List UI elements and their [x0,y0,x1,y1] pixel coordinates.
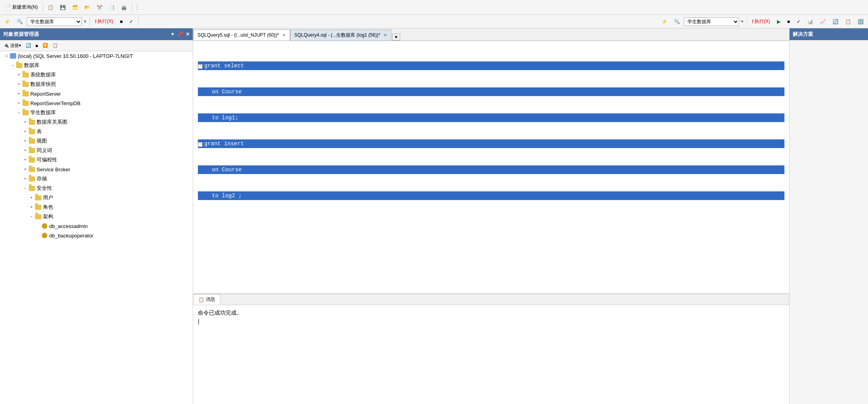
toolbar-btn-4[interactable]: 🗂️ [69,4,81,11]
oe-close-icon[interactable]: ✕ [186,32,190,37]
fold-icon-1[interactable]: − [198,64,203,69]
db-selector-right[interactable]: 学生数据库 [684,17,739,26]
results-area: 📋 消息 命令已成功完成。 [193,294,789,404]
tree-item-views[interactable]: + 视图 [0,136,193,146]
toolbar2-right-btn-3[interactable]: 📊 [805,18,816,26]
toolbar2-btn-1[interactable]: ⚡ [2,18,13,26]
systemdb-folder-icon [22,72,29,78]
rstempdb-expand-icon[interactable]: + [16,100,22,106]
tab5-close[interactable]: ✕ [282,33,286,38]
views-expand-icon[interactable]: + [22,138,28,144]
tree-item-studentdb[interactable]: − 学生数据库 [0,108,193,117]
results-tab-messages[interactable]: 📋 消息 [193,294,220,305]
icon-2: 📋 [48,5,54,10]
tree-item-storage[interactable]: + 存储 [0,174,193,183]
tree-item-roles[interactable]: + 角色 [0,202,193,212]
execute-button-right[interactable]: ! 执行(X) [749,17,773,26]
toolbar-btn-5[interactable]: 📂 [82,4,93,11]
results-tab-label: 消息 [206,296,215,303]
tree-item-security[interactable]: − 安全性 [0,183,193,193]
tree-item-programmability[interactable]: + 可编程性 [0,155,193,165]
toolbar2-right-btn-6[interactable]: 📋 [842,18,854,26]
rstempdb-icon [22,100,29,106]
snapshot-label: 数据库快照 [30,81,56,88]
toolbar-btn-7[interactable]: 📑 [106,4,117,11]
sb-folder-icon [28,166,35,172]
synonyms-folder-icon [28,147,35,154]
tree-item-reportservertempdb[interactable]: + ReportServerTempDB [0,98,193,108]
synonyms-expand-icon[interactable]: + [22,147,28,154]
security-expand-icon[interactable]: − [22,185,28,191]
storage-label: 存储 [37,175,47,182]
query-tabs: SQLQuery5.sql - (l...uist_NJUPT (60))* ✕… [193,28,789,41]
toolbar2-right-btn-1[interactable]: ⚡ [659,18,670,26]
toolbar-btn-3[interactable]: 💾 [57,4,69,11]
toolbar-more-icon[interactable]: ⋮ [134,4,140,11]
toolbar2-right-btn-7[interactable]: 🔢 [855,18,866,26]
stop-button-right[interactable]: ■ [784,18,793,26]
disconnect-button[interactable]: ■ [34,43,40,49]
toolbar2-right-btn-5[interactable]: 🔄 [830,18,841,26]
server-node[interactable]: □ (local) (SQL Server 10.50.1600 - LAPTO… [0,51,193,61]
databases-expand-icon[interactable]: − [9,62,16,69]
toolbar-btn-2[interactable]: 📋 [45,4,56,11]
users-expand-icon[interactable]: + [28,195,35,201]
tree-item-snapshot[interactable]: + 数据库快照 [0,80,193,89]
rs-expand-icon[interactable]: + [16,91,22,97]
tree-item-dbdiagram[interactable]: + 数据库关系图 [0,117,193,127]
toolbar2-right-btn-2[interactable]: 🔍 [671,18,683,26]
tree-item-system-db[interactable]: + 系统数据库 [0,70,193,80]
icon-tr-5: 🔄 [833,19,838,24]
solution-title: 解决方案 [793,31,813,38]
db-selector-left[interactable]: 学生数据库 [27,17,82,26]
studentdb-expand-icon[interactable]: − [16,109,22,116]
tree-item-databases[interactable]: − 数据库 [0,61,193,70]
toolbar2-right-btn-4[interactable]: 📈 [817,18,829,26]
rs-label: ReportServer [30,91,61,97]
execute-button-left[interactable]: ! 执行(X) [92,17,116,26]
toolbar-btn-8[interactable]: 🖨️ [118,4,130,11]
toolbar2-btn-2[interactable]: 🔍 [14,18,26,26]
stop-button-left[interactable]: ■ [117,18,125,26]
connect-button[interactable]: 🔌 连接▾ [2,42,23,49]
tree-item-service-broker[interactable]: + Service Broker [0,165,193,174]
tab-query5[interactable]: SQLQuery5.sql - (l...uist_NJUPT (60))* ✕ [193,30,290,41]
schemas-expand-icon[interactable]: − [28,213,35,220]
toolbar-btn-6[interactable]: ✂️ [94,4,105,11]
tab4-close[interactable]: ✕ [384,33,387,38]
dbdiagram-expand-icon[interactable]: + [22,119,28,125]
tree-item-reportserver[interactable]: + ReportServer [0,89,193,98]
check-button-left[interactable]: ✓ [127,18,136,26]
execute-label-left: 执行(X) [97,18,113,25]
tab-query4[interactable]: SQLQuery4.sql - (...生数据库 (log1 (56))* ✕ [290,30,391,41]
properties-icon: 📋 [52,43,58,48]
filter-button[interactable]: 🔽 [41,42,50,49]
icon-tr-4: 📈 [820,19,826,24]
editor-area[interactable]: −grant select on Course to log1; −grant … [193,41,789,294]
databases-label: 数据库 [24,62,39,69]
tree-item-schemas[interactable]: − 架构 [0,212,193,221]
check-button-right[interactable]: ✓ [794,18,803,26]
new-query-button[interactable]: 📄 新建查询(N) [2,3,41,12]
tree-item-synonyms[interactable]: + 同义词 [0,146,193,155]
tree-item-users[interactable]: + 用户 [0,193,193,202]
oe-dropdown-icon[interactable]: ▼ [170,32,175,37]
properties-button[interactable]: 📋 [51,42,60,49]
tree-item-tables[interactable]: + 表 [0,127,193,136]
icon-t2-2: 🔍 [17,19,23,24]
tab-dropdown[interactable]: ▼ [392,33,400,41]
prog-expand-icon[interactable]: + [22,157,28,163]
play-button[interactable]: ▶ [774,18,783,26]
tree-item-db-backupoperator[interactable]: db_backupoperator [0,231,193,240]
tree-item-db-accessadmin[interactable]: db_accessadmin [0,221,193,231]
server-expand-icon[interactable]: □ [3,53,9,59]
tables-expand-icon[interactable]: + [22,128,28,135]
refresh-button[interactable]: 🔄 [24,42,33,49]
storage-expand-icon[interactable]: + [22,176,28,182]
snapshot-expand-icon[interactable]: + [16,81,22,87]
sb-expand-icon[interactable]: + [22,166,28,172]
roles-expand-icon[interactable]: + [28,204,35,210]
systemdb-expand-icon[interactable]: + [16,72,22,78]
fold-icon-2[interactable]: − [198,142,203,147]
oe-pin-icon[interactable]: 📌 [177,32,183,37]
